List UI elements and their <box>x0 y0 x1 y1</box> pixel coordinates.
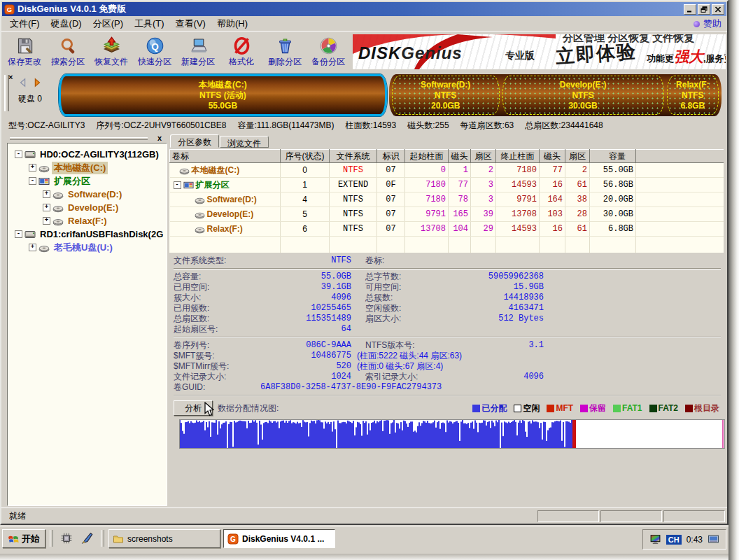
close-button[interactable] <box>712 4 724 15</box>
table-cell: 30.0GB <box>590 207 636 222</box>
menu-item[interactable]: 硬盘(D) <box>45 18 87 29</box>
next-disk-arrow-icon[interactable] <box>32 78 42 88</box>
chip-quicklaunch-icon[interactable] <box>60 532 73 545</box>
tree-item[interactable]: -扩展分区 <box>12 174 167 188</box>
toolbar-button[interactable]: 格式化 <box>220 34 263 70</box>
table-cell: NTFS <box>330 163 377 178</box>
menu-item[interactable]: 查看(V) <box>170 18 211 29</box>
mouse-cursor <box>204 402 214 417</box>
column-header[interactable]: 磁头 <box>540 150 565 163</box>
tree-expander-icon[interactable]: + <box>43 204 50 211</box>
column-header[interactable]: 标识 <box>377 150 405 163</box>
tree-expander-icon[interactable]: - <box>29 177 36 185</box>
menu-item[interactable]: 帮助(H) <box>211 18 253 29</box>
display-settings-tray-icon[interactable] <box>649 533 661 545</box>
banner-edition: 专业版 <box>505 50 535 62</box>
tree-item[interactable]: +Software(D:) <box>12 188 167 201</box>
column-header[interactable]: 容量 <box>590 150 636 163</box>
tree-expander-icon[interactable]: + <box>29 244 36 251</box>
minimize-button[interactable] <box>684 4 696 15</box>
language-indicator[interactable]: CH <box>666 535 682 545</box>
toolbar-button[interactable]: 删除分区 <box>263 34 307 70</box>
toolbar-button[interactable]: 新建分区 <box>176 34 220 70</box>
title-bar[interactable]: G DiskGenius V4.0.1 免费版 <box>2 2 726 16</box>
toolbar-button[interactable]: 恢复文件 <box>90 34 133 70</box>
tree-expander-icon[interactable]: + <box>29 164 36 172</box>
partition-bar-text: 30.0GB <box>503 101 663 111</box>
brush-quicklaunch-icon[interactable] <box>81 532 94 545</box>
table-cell: 07 <box>377 163 405 178</box>
tree-expander-icon[interactable]: - <box>15 150 22 158</box>
table-cell: 9791 <box>496 192 540 207</box>
tree-item[interactable]: +Develop(E:) <box>12 201 167 214</box>
menu-item[interactable]: 文件(F) <box>4 18 45 29</box>
tree-expander-icon[interactable]: - <box>15 230 22 238</box>
task-button-label: DiskGenius V4.0.1 ... <box>242 534 324 544</box>
table-cell <box>471 237 496 253</box>
start-button[interactable]: 开始 <box>2 529 45 548</box>
column-header[interactable]: 文件系统 <box>330 150 377 163</box>
disk-info-field: 总扇区数:234441648 <box>525 120 603 132</box>
toolbar-button[interactable]: 保存更改 <box>3 34 46 70</box>
panel-close-icon[interactable]: × <box>8 73 13 81</box>
svg-text:G: G <box>230 536 236 543</box>
column-header[interactable]: 起始柱面 <box>405 150 449 163</box>
partition-bar-text: 6.8GB <box>668 101 718 111</box>
menu-item[interactable]: 分区(P) <box>87 18 129 29</box>
table-row[interactable]: -扩展分区1EXTEND0F718077314593166156.8GB <box>170 178 724 192</box>
disk-bar-partition[interactable]: Relax(F:NTFS6.8GB <box>667 76 719 115</box>
taskbar-grip[interactable] <box>50 530 53 547</box>
sponsor-menu-item[interactable]: 赞助 <box>694 18 722 30</box>
detail-label: 总簇数: <box>365 293 456 303</box>
menu-item[interactable]: 工具(T) <box>129 18 170 29</box>
table-cell: 2 <box>565 163 590 178</box>
network-monitor-tray-icon[interactable] <box>708 533 719 545</box>
toolbar-button[interactable]: Q快速分区 <box>133 34 176 70</box>
task-button[interactable]: GDiskGenius V4.0.1 ... <box>223 529 335 548</box>
column-header[interactable]: 序号(状态) <box>281 150 330 163</box>
task-button[interactable]: screenshots <box>108 529 220 548</box>
column-header[interactable]: 扇区 <box>471 150 496 163</box>
partition-icon <box>38 162 50 174</box>
column-header[interactable]: 扇区 <box>565 150 590 163</box>
prev-disk-arrow-icon[interactable] <box>18 78 28 88</box>
table-row[interactable]: Develop(E:)5NTFS07979116539137081032830.… <box>170 207 724 222</box>
tree-item[interactable]: +Relax(F:) <box>12 214 167 227</box>
detail-label: $MFTMirr簇号: <box>174 361 246 372</box>
legend-item: 保留 <box>580 402 606 414</box>
tree-item[interactable]: -RD1:crifanUSBFlashDisk(2G <box>12 227 167 241</box>
tree-expander-icon[interactable]: + <box>43 190 50 198</box>
row-expander-icon[interactable]: - <box>174 181 181 189</box>
column-header[interactable] <box>636 150 724 163</box>
toolbar-button[interactable]: 搜索分区 <box>46 34 90 70</box>
table-cell <box>636 178 724 192</box>
save-icon <box>15 36 34 55</box>
column-header[interactable]: 卷标 <box>170 150 281 163</box>
tree-item[interactable]: +老毛桃U盘(U:) <box>12 241 167 254</box>
disk-bar-partition[interactable]: Develop(E:)NTFS30.0GB <box>502 76 664 115</box>
tree-close-icon[interactable]: x <box>157 134 162 142</box>
splitter-handle[interactable] <box>10 137 148 140</box>
disk-bar-partition[interactable]: 本地磁盘(C:)NTFS (活动)55.0GB <box>59 74 387 116</box>
tab-browse-files[interactable]: 浏览文件 <box>220 136 269 148</box>
table-row[interactable]: Relax(F:)6NTFS0713708104291459316616.8GB <box>170 222 724 237</box>
tree-item[interactable]: +本地磁盘(C:) <box>12 161 167 174</box>
tree-item[interactable]: -HD0:OCZ-AGILITY3(112GB) <box>12 148 167 161</box>
restore-button[interactable] <box>698 4 710 15</box>
column-header[interactable]: 终止柱面 <box>496 150 540 163</box>
toolbar: 保存更改搜索分区恢复文件Q快速分区新建分区格式化删除分区备份分区 DISKGen… <box>1 31 727 72</box>
table-row[interactable]: 本地磁盘(C:)0NTFS07012718077255.0GB <box>170 163 724 178</box>
table-cell: 39 <box>471 207 496 222</box>
detail-row: 起始扇区号:64 <box>174 324 724 335</box>
disk-bar-partition[interactable]: Software(D:)NTFS20.0GB <box>392 76 500 115</box>
table-cell: 165 <box>449 207 471 222</box>
tree-expander-icon[interactable]: + <box>43 217 50 225</box>
taskbar-grip[interactable] <box>101 530 104 547</box>
column-header[interactable]: 磁头 <box>449 150 471 163</box>
table-row[interactable]: Software(D:)4NTFS07718078397911643820.0G… <box>170 192 724 207</box>
tab-partition-params[interactable]: 分区参数 <box>170 134 219 148</box>
ad-banner[interactable]: DISKGenius 专业版 分区管理 分区恢复 文件恢复 立即体验 功能更强大… <box>353 34 726 69</box>
menu-bar: 文件(F)硬盘(D)分区(P)工具(T)查看(V)帮助(H) 赞助 <box>1 17 727 31</box>
recover-files-icon <box>102 36 121 55</box>
toolbar-button[interactable]: 备份分区 <box>307 34 350 70</box>
